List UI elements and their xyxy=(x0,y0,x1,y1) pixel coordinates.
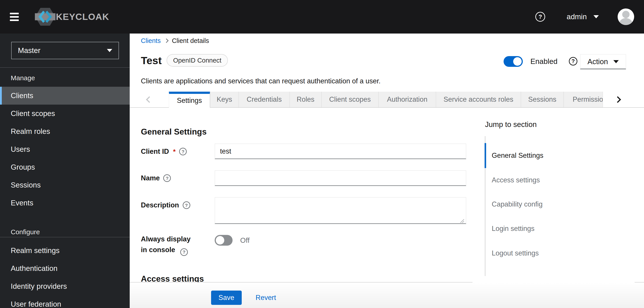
question-glyph: ? xyxy=(538,14,542,20)
question-glyph: ? xyxy=(185,203,188,208)
help-icon[interactable]: ? xyxy=(179,148,187,155)
tab-keys[interactable]: Keys xyxy=(210,92,238,108)
breadcrumb: Clients Client details xyxy=(141,37,209,44)
tab-bar: Settings Keys Credentials Roles Client s… xyxy=(130,92,644,108)
sidebar-item-events[interactable]: Events xyxy=(0,194,130,212)
question-glyph: ? xyxy=(572,58,575,64)
keycloak-logo: KEYCLOAK xyxy=(35,6,109,27)
tab-scroll-left-button[interactable] xyxy=(130,92,169,108)
sidebar-item-users[interactable]: Users xyxy=(0,140,130,158)
masthead-right: ? admin xyxy=(535,8,644,25)
breadcrumb-current: Client details xyxy=(172,37,209,44)
jump-to-section-title: Jump to section xyxy=(485,120,537,129)
sidebar-divider xyxy=(0,237,130,237)
sidebar-divider xyxy=(0,67,130,68)
footer-divider-fragment xyxy=(634,282,644,283)
name-input[interactable] xyxy=(215,170,466,186)
jump-item-capability-config[interactable]: Capability config xyxy=(492,199,542,209)
sidebar: Master Manage Clients Client scopes Real… xyxy=(0,33,130,308)
description-label-text: Description xyxy=(141,201,179,209)
sidebar-item-client-scopes[interactable]: Client scopes xyxy=(0,105,130,122)
keycloak-logo-icon xyxy=(35,6,56,27)
person-icon xyxy=(618,8,634,25)
question-glyph: ? xyxy=(166,176,168,181)
save-button[interactable]: Save xyxy=(211,291,242,305)
sidebar-item-realm-settings[interactable]: Realm settings xyxy=(0,242,130,260)
toggle-state-label: Off xyxy=(240,235,250,246)
username: admin xyxy=(567,12,587,21)
chevron-down-icon xyxy=(613,60,619,63)
jump-item-login-settings[interactable]: Login settings xyxy=(492,224,534,234)
hamburger-bar xyxy=(10,19,19,21)
user-menu[interactable]: admin xyxy=(567,12,599,21)
tab-permissions[interactable]: Permissions xyxy=(564,92,603,108)
nav-items-configure: Realm settings Authentication Identity p… xyxy=(0,242,130,308)
page-subtitle: Clients are applications and services th… xyxy=(141,77,380,85)
enabled-toggle[interactable] xyxy=(504,56,523,67)
help-icon[interactable]: ? xyxy=(183,201,190,209)
tab-service-accounts-roles[interactable]: Service accounts roles xyxy=(436,92,521,108)
breadcrumb-clients-link[interactable]: Clients xyxy=(141,37,161,44)
client-id-input[interactable] xyxy=(215,143,466,159)
sidebar-item-sessions[interactable]: Sessions xyxy=(0,176,130,194)
client-id-label: Client ID * ? xyxy=(141,146,187,157)
chevron-down-icon xyxy=(594,15,599,18)
help-icon[interactable]: ? xyxy=(180,248,188,256)
toggle-knob xyxy=(513,57,522,66)
hamburger-bar xyxy=(10,16,19,18)
sidebar-item-authentication[interactable]: Authentication xyxy=(0,260,130,277)
realm-selector[interactable]: Master xyxy=(11,42,119,59)
keycloak-admin-console: KEYCLOAK ? admin Master Manag xyxy=(0,0,644,308)
page-title: Test xyxy=(141,54,162,67)
description-label: Description ? xyxy=(141,200,190,210)
main-content: Clients Client details Test OpenID Conne… xyxy=(130,33,644,308)
description-textarea[interactable] xyxy=(215,197,466,224)
chevron-left-icon xyxy=(146,96,153,103)
masthead: KEYCLOAK ? admin xyxy=(0,0,644,33)
sidebar-nav: Manage Clients Client scopes Realm roles… xyxy=(0,73,130,308)
nav-section-configure: Configure xyxy=(0,228,130,237)
enabled-label: Enabled xyxy=(530,56,558,67)
form-footer xyxy=(130,283,644,308)
action-dropdown[interactable]: Action xyxy=(580,54,626,69)
nav-section-manage: Manage xyxy=(0,73,130,82)
revert-button[interactable]: Revert xyxy=(256,291,276,305)
tab-sessions[interactable]: Sessions xyxy=(521,92,564,108)
tab-authorization[interactable]: Authorization xyxy=(378,92,436,108)
action-dropdown-label: Action xyxy=(588,57,608,66)
always-display-in-console-label: Always display in console ? xyxy=(141,234,194,256)
tab-client-scopes[interactable]: Client scopes xyxy=(321,92,378,108)
client-id-label-text: Client ID xyxy=(141,148,169,156)
section-title-general-settings: General Settings xyxy=(141,127,206,137)
jump-item-general-settings[interactable]: General Settings xyxy=(492,151,544,160)
sidebar-item-user-federation[interactable]: User federation xyxy=(0,295,130,308)
tab-roles[interactable]: Roles xyxy=(290,92,321,108)
sidebar-item-groups[interactable]: Groups xyxy=(0,158,130,176)
help-icon[interactable]: ? xyxy=(535,12,545,22)
question-glyph: ? xyxy=(183,250,186,254)
tab-settings[interactable]: Settings xyxy=(169,92,210,108)
tab-credentials[interactable]: Credentials xyxy=(238,92,290,108)
always-display-toggle[interactable] xyxy=(215,235,232,246)
help-icon[interactable]: ? xyxy=(569,57,577,65)
question-glyph: ? xyxy=(182,149,184,154)
help-icon[interactable]: ? xyxy=(163,174,171,182)
name-label: Name ? xyxy=(141,173,171,183)
sidebar-item-realm-roles[interactable]: Realm roles xyxy=(0,122,130,140)
sidebar-item-clients[interactable]: Clients xyxy=(0,87,130,105)
jump-item-logout-settings[interactable]: Logout settings xyxy=(492,248,539,258)
sidebar-item-identity-providers[interactable]: Identity providers xyxy=(0,277,130,295)
footer-divider xyxy=(130,282,472,283)
jump-item-access-settings[interactable]: Access settings xyxy=(492,175,540,185)
required-asterisk: * xyxy=(173,148,176,155)
keycloak-logo-text: KEYCLOAK xyxy=(56,12,109,22)
tab-scroll-right-button[interactable] xyxy=(603,92,644,108)
realm-selector-value: Master xyxy=(18,46,107,55)
page-header: Test OpenID Connect xyxy=(141,54,228,67)
name-label-text: Name xyxy=(141,174,160,182)
toggle-knob xyxy=(216,236,224,245)
hamburger-menu-button[interactable] xyxy=(10,11,20,22)
nav-items-manage: Clients Client scopes Realm roles Users … xyxy=(0,87,130,212)
jump-active-indicator xyxy=(484,143,486,168)
avatar[interactable] xyxy=(618,8,634,25)
